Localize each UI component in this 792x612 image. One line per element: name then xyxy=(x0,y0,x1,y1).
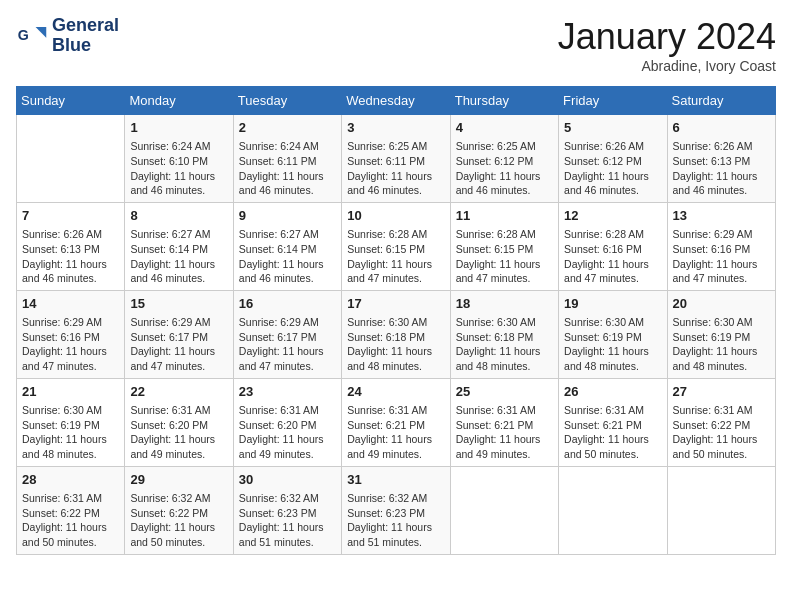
day-info: Sunrise: 6:24 AMSunset: 6:11 PMDaylight:… xyxy=(239,139,336,198)
day-cell-8: 8Sunrise: 6:27 AMSunset: 6:14 PMDaylight… xyxy=(125,202,233,290)
day-info: Sunrise: 6:31 AMSunset: 6:21 PMDaylight:… xyxy=(564,403,661,462)
day-number: 3 xyxy=(347,119,444,137)
day-cell-27: 27Sunrise: 6:31 AMSunset: 6:22 PMDayligh… xyxy=(667,378,775,466)
day-number: 16 xyxy=(239,295,336,313)
day-number: 22 xyxy=(130,383,227,401)
weekday-header-monday: Monday xyxy=(125,87,233,115)
svg-text:G: G xyxy=(18,26,29,42)
day-cell-7: 7Sunrise: 6:26 AMSunset: 6:13 PMDaylight… xyxy=(17,202,125,290)
week-row-3: 14Sunrise: 6:29 AMSunset: 6:16 PMDayligh… xyxy=(17,290,776,378)
day-cell-17: 17Sunrise: 6:30 AMSunset: 6:18 PMDayligh… xyxy=(342,290,450,378)
day-cell-19: 19Sunrise: 6:30 AMSunset: 6:19 PMDayligh… xyxy=(559,290,667,378)
page-header: G General Blue January 2024 Abradine, Iv… xyxy=(16,16,776,74)
logo-icon: G xyxy=(16,20,48,52)
weekday-header-sunday: Sunday xyxy=(17,87,125,115)
day-info: Sunrise: 6:29 AMSunset: 6:16 PMDaylight:… xyxy=(22,315,119,374)
day-info: Sunrise: 6:28 AMSunset: 6:15 PMDaylight:… xyxy=(456,227,553,286)
day-info: Sunrise: 6:32 AMSunset: 6:23 PMDaylight:… xyxy=(239,491,336,550)
week-row-5: 28Sunrise: 6:31 AMSunset: 6:22 PMDayligh… xyxy=(17,466,776,554)
day-number: 13 xyxy=(673,207,770,225)
day-info: Sunrise: 6:32 AMSunset: 6:22 PMDaylight:… xyxy=(130,491,227,550)
day-info: Sunrise: 6:28 AMSunset: 6:16 PMDaylight:… xyxy=(564,227,661,286)
weekday-header-friday: Friday xyxy=(559,87,667,115)
day-info: Sunrise: 6:30 AMSunset: 6:19 PMDaylight:… xyxy=(22,403,119,462)
day-cell-28: 28Sunrise: 6:31 AMSunset: 6:22 PMDayligh… xyxy=(17,466,125,554)
day-number: 6 xyxy=(673,119,770,137)
day-number: 9 xyxy=(239,207,336,225)
day-number: 7 xyxy=(22,207,119,225)
day-cell-13: 13Sunrise: 6:29 AMSunset: 6:16 PMDayligh… xyxy=(667,202,775,290)
week-row-2: 7Sunrise: 6:26 AMSunset: 6:13 PMDaylight… xyxy=(17,202,776,290)
day-cell-15: 15Sunrise: 6:29 AMSunset: 6:17 PMDayligh… xyxy=(125,290,233,378)
day-cell-21: 21Sunrise: 6:30 AMSunset: 6:19 PMDayligh… xyxy=(17,378,125,466)
week-row-1: 1Sunrise: 6:24 AMSunset: 6:10 PMDaylight… xyxy=(17,115,776,203)
day-cell-31: 31Sunrise: 6:32 AMSunset: 6:23 PMDayligh… xyxy=(342,466,450,554)
day-number: 11 xyxy=(456,207,553,225)
day-cell-24: 24Sunrise: 6:31 AMSunset: 6:21 PMDayligh… xyxy=(342,378,450,466)
day-number: 17 xyxy=(347,295,444,313)
day-info: Sunrise: 6:31 AMSunset: 6:20 PMDaylight:… xyxy=(239,403,336,462)
day-number: 26 xyxy=(564,383,661,401)
calendar-table: SundayMondayTuesdayWednesdayThursdayFrid… xyxy=(16,86,776,555)
location-subtitle: Abradine, Ivory Coast xyxy=(558,58,776,74)
day-number: 14 xyxy=(22,295,119,313)
day-cell-6: 6Sunrise: 6:26 AMSunset: 6:13 PMDaylight… xyxy=(667,115,775,203)
weekday-header-saturday: Saturday xyxy=(667,87,775,115)
day-info: Sunrise: 6:29 AMSunset: 6:16 PMDaylight:… xyxy=(673,227,770,286)
day-info: Sunrise: 6:25 AMSunset: 6:11 PMDaylight:… xyxy=(347,139,444,198)
day-number: 1 xyxy=(130,119,227,137)
day-info: Sunrise: 6:31 AMSunset: 6:21 PMDaylight:… xyxy=(456,403,553,462)
day-cell-26: 26Sunrise: 6:31 AMSunset: 6:21 PMDayligh… xyxy=(559,378,667,466)
logo-text: General Blue xyxy=(52,16,119,56)
day-info: Sunrise: 6:26 AMSunset: 6:12 PMDaylight:… xyxy=(564,139,661,198)
day-info: Sunrise: 6:31 AMSunset: 6:20 PMDaylight:… xyxy=(130,403,227,462)
day-number: 4 xyxy=(456,119,553,137)
week-row-4: 21Sunrise: 6:30 AMSunset: 6:19 PMDayligh… xyxy=(17,378,776,466)
day-info: Sunrise: 6:29 AMSunset: 6:17 PMDaylight:… xyxy=(239,315,336,374)
day-number: 24 xyxy=(347,383,444,401)
day-cell-16: 16Sunrise: 6:29 AMSunset: 6:17 PMDayligh… xyxy=(233,290,341,378)
empty-cell xyxy=(450,466,558,554)
day-number: 15 xyxy=(130,295,227,313)
day-number: 18 xyxy=(456,295,553,313)
empty-cell xyxy=(17,115,125,203)
day-number: 23 xyxy=(239,383,336,401)
day-number: 30 xyxy=(239,471,336,489)
day-info: Sunrise: 6:31 AMSunset: 6:22 PMDaylight:… xyxy=(673,403,770,462)
day-info: Sunrise: 6:27 AMSunset: 6:14 PMDaylight:… xyxy=(130,227,227,286)
day-info: Sunrise: 6:31 AMSunset: 6:22 PMDaylight:… xyxy=(22,491,119,550)
day-number: 2 xyxy=(239,119,336,137)
day-number: 19 xyxy=(564,295,661,313)
svg-marker-1 xyxy=(36,27,47,38)
day-cell-14: 14Sunrise: 6:29 AMSunset: 6:16 PMDayligh… xyxy=(17,290,125,378)
day-cell-2: 2Sunrise: 6:24 AMSunset: 6:11 PMDaylight… xyxy=(233,115,341,203)
logo: G General Blue xyxy=(16,16,119,56)
day-info: Sunrise: 6:31 AMSunset: 6:21 PMDaylight:… xyxy=(347,403,444,462)
day-info: Sunrise: 6:30 AMSunset: 6:19 PMDaylight:… xyxy=(673,315,770,374)
day-number: 20 xyxy=(673,295,770,313)
day-info: Sunrise: 6:26 AMSunset: 6:13 PMDaylight:… xyxy=(673,139,770,198)
weekday-header-tuesday: Tuesday xyxy=(233,87,341,115)
title-block: January 2024 Abradine, Ivory Coast xyxy=(558,16,776,74)
day-info: Sunrise: 6:29 AMSunset: 6:17 PMDaylight:… xyxy=(130,315,227,374)
day-cell-3: 3Sunrise: 6:25 AMSunset: 6:11 PMDaylight… xyxy=(342,115,450,203)
day-cell-29: 29Sunrise: 6:32 AMSunset: 6:22 PMDayligh… xyxy=(125,466,233,554)
empty-cell xyxy=(667,466,775,554)
day-number: 12 xyxy=(564,207,661,225)
day-cell-9: 9Sunrise: 6:27 AMSunset: 6:14 PMDaylight… xyxy=(233,202,341,290)
month-title: January 2024 xyxy=(558,16,776,58)
day-info: Sunrise: 6:25 AMSunset: 6:12 PMDaylight:… xyxy=(456,139,553,198)
day-number: 28 xyxy=(22,471,119,489)
day-info: Sunrise: 6:30 AMSunset: 6:19 PMDaylight:… xyxy=(564,315,661,374)
day-number: 10 xyxy=(347,207,444,225)
day-cell-18: 18Sunrise: 6:30 AMSunset: 6:18 PMDayligh… xyxy=(450,290,558,378)
day-cell-23: 23Sunrise: 6:31 AMSunset: 6:20 PMDayligh… xyxy=(233,378,341,466)
day-cell-30: 30Sunrise: 6:32 AMSunset: 6:23 PMDayligh… xyxy=(233,466,341,554)
day-cell-25: 25Sunrise: 6:31 AMSunset: 6:21 PMDayligh… xyxy=(450,378,558,466)
day-number: 31 xyxy=(347,471,444,489)
day-cell-12: 12Sunrise: 6:28 AMSunset: 6:16 PMDayligh… xyxy=(559,202,667,290)
day-info: Sunrise: 6:28 AMSunset: 6:15 PMDaylight:… xyxy=(347,227,444,286)
day-cell-10: 10Sunrise: 6:28 AMSunset: 6:15 PMDayligh… xyxy=(342,202,450,290)
day-info: Sunrise: 6:30 AMSunset: 6:18 PMDaylight:… xyxy=(347,315,444,374)
day-number: 21 xyxy=(22,383,119,401)
